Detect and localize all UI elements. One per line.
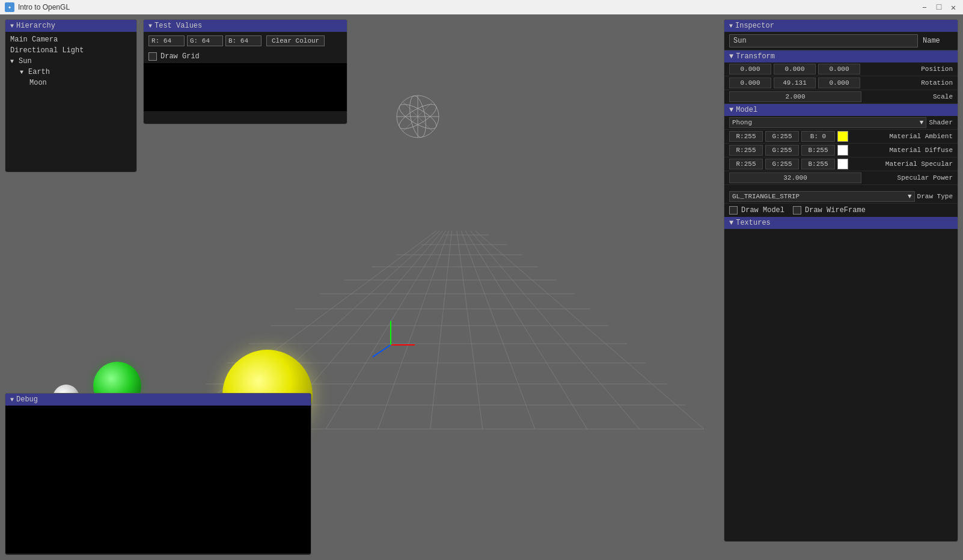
material-diffuse-row: R:255 G:255 B:255 Material Diffuse [724, 144, 958, 157]
app-icon: ✦ [5, 2, 14, 12]
diffuse-b[interactable]: B:255 [801, 145, 835, 156]
test-values-arrow: ▼ [148, 23, 152, 29]
svg-line-26 [373, 345, 391, 357]
ambient-swatch[interactable] [837, 131, 848, 142]
hierarchy-item-moon[interactable]: Moon [10, 78, 132, 88]
diffuse-swatch[interactable] [837, 145, 848, 156]
inspector-title: Inspector [735, 22, 774, 30]
specular-r[interactable]: R:255 [729, 159, 763, 169]
textures-content [724, 229, 958, 505]
svg-line-20 [461, 231, 535, 429]
model-section-header: ▼ Model [724, 104, 958, 116]
material-ambient-row: R:255 G:255 B: 0 Material Ambient [724, 130, 958, 144]
hierarchy-panel: ▼ Hierarchy Main Camera Directional Ligh… [5, 19, 137, 172]
hierarchy-item-earth-label: Earth [28, 68, 50, 76]
draw-wireframe-label: Draw WireFrame [805, 206, 866, 215]
ambient-g[interactable]: G:255 [765, 131, 799, 142]
shader-dropdown-arrow: ▼ [920, 119, 924, 126]
hierarchy-item-main-camera[interactable]: Main Camera [10, 34, 132, 45]
title-bar-text: Intro to OpenGL [18, 3, 70, 11]
draw-grid-checkbox[interactable] [148, 52, 157, 61]
diffuse-r[interactable]: R:255 [729, 145, 763, 156]
shader-value: Phong [732, 119, 752, 126]
rotation-z[interactable]: 0.000 [818, 78, 860, 88]
position-x[interactable]: 0.000 [729, 64, 771, 75]
hierarchy-item-moon-label: Moon [29, 79, 47, 87]
test-values-panel: ▼ Test Values R: 64 G: 64 B: 64 Clear Co… [143, 19, 347, 124]
hierarchy-content: Main Camera Directional Light ▼ Sun ▼ Ea… [5, 32, 136, 91]
ambient-b[interactable]: B: 0 [801, 131, 835, 142]
specular-b[interactable]: B:255 [801, 159, 835, 169]
specular-swatch[interactable] [837, 159, 848, 169]
specular-power-row: 32.000 Specular Power [724, 171, 958, 185]
hierarchy-item-sun[interactable]: ▼ Sun [10, 56, 132, 67]
hierarchy-arrow: ▼ [10, 23, 14, 29]
hierarchy-panel-header: ▼ Hierarchy [5, 20, 136, 32]
svg-line-23 [475, 231, 705, 429]
sun-expand-arrow: ▼ [10, 58, 17, 65]
test-values-preview [144, 63, 347, 111]
draw-type-arrow: ▼ [908, 193, 912, 200]
ambient-r[interactable]: R:255 [729, 131, 763, 142]
hierarchy-title: Hierarchy [16, 22, 55, 30]
textures-section-label: Textures [736, 219, 771, 227]
rotation-row: 0.000 49.131 0.000 Rotation [724, 76, 958, 90]
maximize-button[interactable]: □ [934, 2, 944, 12]
inspector-name-input[interactable] [729, 34, 918, 47]
earth-expand-arrow: ▼ [20, 69, 27, 76]
transform-section-header: ▼ Transform [724, 50, 958, 62]
draw-wireframe-checkbox[interactable] [793, 206, 801, 215]
position-label: Position [921, 65, 953, 73]
scale-row: 2.000 Scale [724, 90, 958, 104]
draw-type-select[interactable]: GL_TRIANGLE_STRIP ▼ [729, 191, 915, 202]
draw-type-value: GL_TRIANGLE_STRIP [732, 193, 799, 200]
draw-model-checkbox[interactable] [729, 206, 738, 215]
debug-panel: ▼ Debug [5, 393, 311, 555]
specular-label: Material Specular [885, 160, 953, 168]
main-area: ▼ Hierarchy Main Camera Directional Ligh… [0, 14, 963, 560]
specular-power-value[interactable]: 32.000 [729, 172, 861, 183]
position-row: 0.000 0.000 0.000 Position [724, 62, 958, 76]
r-input[interactable]: R: 64 [148, 35, 185, 46]
debug-panel-header: ▼ Debug [5, 394, 311, 406]
title-bar: ✦ Intro to OpenGL – □ ✕ [0, 0, 963, 14]
rotation-y[interactable]: 49.131 [774, 78, 816, 88]
hierarchy-item-main-camera-label: Main Camera [10, 35, 58, 44]
inspector-arrow: ▼ [729, 23, 733, 29]
rotation-x[interactable]: 0.000 [729, 78, 771, 88]
b-input[interactable]: B: 64 [225, 35, 261, 46]
diffuse-g[interactable]: G:255 [765, 145, 799, 156]
g-input[interactable]: G: 64 [187, 35, 223, 46]
position-z[interactable]: 0.000 [818, 64, 860, 75]
draw-grid-row: Draw Grid [144, 50, 347, 63]
svg-line-22 [470, 231, 639, 429]
hierarchy-item-directional-light[interactable]: Directional Light [10, 45, 132, 56]
inspector-panel: ▼ Inspector Name ▼ Transform 0.000 0.000… [724, 19, 958, 542]
hierarchy-item-sun-label: Sun [19, 57, 32, 65]
test-values-header: ▼ Test Values [144, 20, 347, 32]
draw-options-row: Draw Model Draw WireFrame [724, 204, 958, 217]
specular-g[interactable]: G:255 [765, 159, 799, 169]
rotation-label: Rotation [921, 79, 953, 87]
minimize-button[interactable]: – [920, 2, 929, 12]
shader-row: Phong ▼ Shader [724, 116, 958, 130]
textures-section-header: ▼ Textures [724, 217, 958, 229]
spacer [724, 185, 958, 190]
ambient-label: Material Ambient [889, 133, 953, 140]
scale-value[interactable]: 2.000 [729, 91, 861, 102]
shader-select[interactable]: Phong ▼ [729, 117, 926, 128]
debug-content [5, 406, 311, 553]
wireframe-sketch [394, 93, 442, 141]
axis-gizmo [367, 321, 415, 369]
close-button[interactable]: ✕ [949, 2, 958, 12]
debug-arrow: ▼ [10, 397, 14, 403]
scale-label: Scale [933, 93, 953, 100]
specular-power-label: Specular Power [897, 174, 953, 181]
inspector-name-label: Name [923, 37, 953, 45]
hierarchy-item-earth[interactable]: ▼ Earth [10, 67, 132, 78]
clear-colour-button[interactable]: Clear Colour [266, 35, 325, 46]
position-y[interactable]: 0.000 [774, 64, 816, 75]
svg-line-19 [457, 231, 483, 429]
draw-type-label: Draw Type [917, 193, 953, 200]
title-bar-controls: – □ ✕ [920, 2, 958, 12]
